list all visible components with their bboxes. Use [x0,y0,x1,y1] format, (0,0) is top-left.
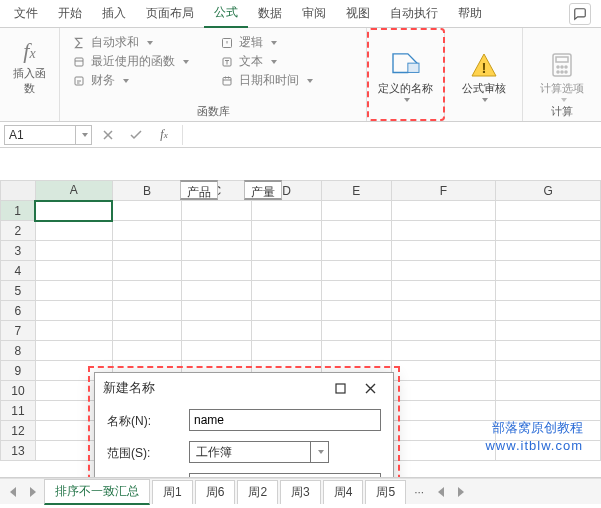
row-header[interactable]: 9 [1,361,36,381]
row-header[interactable]: 11 [1,401,36,421]
tab-review[interactable]: 审阅 [292,0,336,27]
row-header[interactable]: 8 [1,341,36,361]
cell[interactable] [112,221,182,241]
cell[interactable] [391,341,496,361]
cell[interactable] [182,261,252,281]
cell[interactable] [182,221,252,241]
cell[interactable] [321,261,391,281]
sheet-tab-active[interactable]: 排序不一致汇总 [44,479,150,505]
formula-bar[interactable] [182,125,597,145]
cell[interactable] [112,201,182,221]
cell[interactable] [321,321,391,341]
cell[interactable] [391,201,496,221]
cell[interactable] [112,261,182,281]
cell[interactable] [391,261,496,281]
tab-help[interactable]: 帮助 [448,0,492,27]
name-box[interactable]: A1 [4,125,76,145]
cell[interactable] [112,341,182,361]
cell[interactable] [391,381,496,401]
cell[interactable] [182,241,252,261]
row-header[interactable]: 12 [1,421,36,441]
tab-formulas[interactable]: 公式 [204,0,248,28]
row-header[interactable]: 4 [1,261,36,281]
cell[interactable] [35,281,112,301]
cell[interactable] [321,241,391,261]
sheet-scroll-right[interactable] [452,482,470,502]
text-button[interactable]: 文本 [220,53,354,70]
cell[interactable] [496,241,601,261]
tab-data[interactable]: 数据 [248,0,292,27]
sheet-tab[interactable]: 周4 [323,480,364,504]
sheet-tab[interactable]: 周1 [152,480,193,504]
tab-view[interactable]: 视图 [336,0,380,27]
cell[interactable] [321,281,391,301]
cell[interactable] [112,281,182,301]
scroll-up-arrow[interactable]: ▴ [365,475,379,478]
name-box-dropdown[interactable] [76,125,92,145]
cell[interactable] [321,201,391,221]
cell[interactable] [182,301,252,321]
cell[interactable] [182,341,252,361]
cell[interactable] [252,261,322,281]
cell[interactable] [252,321,322,341]
financial-button[interactable]: 财务 [72,72,206,89]
cell[interactable] [252,341,322,361]
row-header[interactable]: 13 [1,441,36,461]
row-header[interactable]: 3 [1,241,36,261]
group-calc-options[interactable]: 计算选项 计算 [523,28,601,121]
tab-layout[interactable]: 页面布局 [136,0,204,27]
scope-dropdown-button[interactable] [310,442,328,462]
cell[interactable] [112,321,182,341]
cell[interactable] [35,321,112,341]
cell[interactable] [391,441,496,461]
scope-select[interactable]: 工作簿 [189,441,329,463]
cell[interactable] [182,201,252,221]
cell[interactable] [496,281,601,301]
sheet-tab[interactable]: 周6 [195,480,236,504]
tab-file[interactable]: 文件 [4,0,48,27]
cell[interactable] [496,201,601,221]
sheet-tabs-more[interactable]: ··· [408,482,430,502]
col-header[interactable]: G [496,181,601,201]
row-header[interactable]: 5 [1,281,36,301]
row-header[interactable]: 6 [1,301,36,321]
sheet-nav-prev[interactable] [4,482,22,502]
sheet-scroll-left[interactable] [432,482,450,502]
col-header[interactable]: F [391,181,496,201]
cell[interactable] [391,421,496,441]
cell[interactable] [35,221,112,241]
row-header[interactable]: 1 [1,201,36,221]
group-defined-names[interactable]: 定义的名称 [367,28,445,121]
cell[interactable] [391,321,496,341]
sheet-nav-next[interactable] [24,482,42,502]
tab-insert[interactable]: 插入 [92,0,136,27]
col-header[interactable]: B [112,181,182,201]
cell[interactable] [496,341,601,361]
row-header[interactable]: 10 [1,381,36,401]
dialog-maximize-button[interactable] [325,375,355,401]
cell[interactable] [391,361,496,381]
comment-textarea[interactable] [189,473,381,478]
cell[interactable] [35,201,112,221]
tab-automate[interactable]: 自动执行 [380,0,448,27]
fx-insert-button[interactable]: fx [152,124,176,146]
cell[interactable] [182,321,252,341]
cell[interactable] [321,221,391,241]
cell[interactable] [321,341,391,361]
cancel-edit-button[interactable] [96,124,120,146]
name-input[interactable] [189,409,381,431]
cell[interactable] [496,381,601,401]
row-header[interactable]: 2 [1,221,36,241]
cell[interactable] [391,221,496,241]
cell[interactable] [391,241,496,261]
sheet-tab[interactable]: 周2 [237,480,278,504]
cell[interactable] [252,201,322,221]
cell[interactable] [496,401,601,421]
datetime-button[interactable]: 日期和时间 [220,72,354,89]
cell[interactable] [252,241,322,261]
cell[interactable] [35,261,112,281]
cell[interactable] [182,281,252,301]
cell[interactable] [496,361,601,381]
dialog-titlebar[interactable]: 新建名称 [95,373,393,403]
select-all-corner[interactable] [1,181,36,201]
